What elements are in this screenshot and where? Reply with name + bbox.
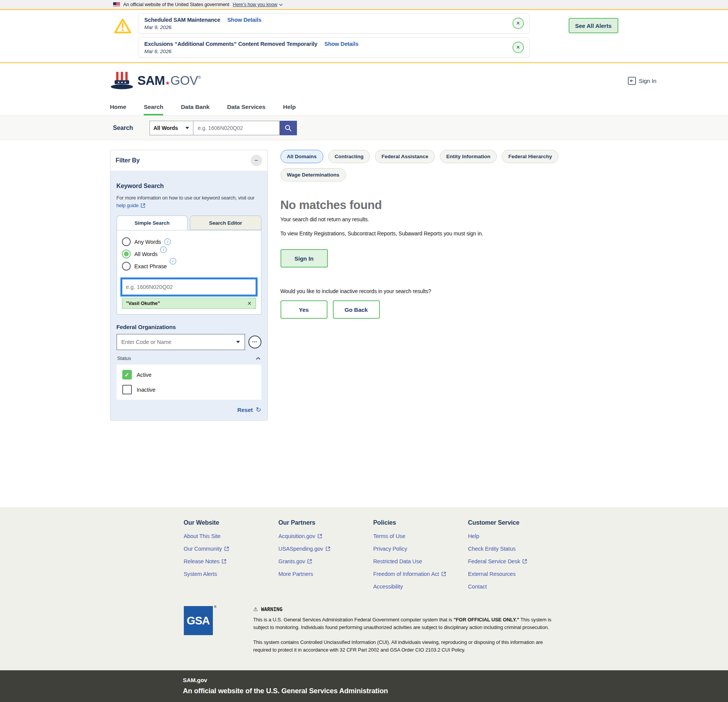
alert-show-details-link[interactable]: Show Details xyxy=(227,17,261,23)
footer-link-help[interactable]: Help xyxy=(468,533,563,539)
check-icon: ✓ xyxy=(125,371,129,378)
status-option-active[interactable]: ✓ Active xyxy=(122,370,256,379)
collapse-filters-button[interactable]: − xyxy=(251,155,262,166)
nav-item-help[interactable]: Help xyxy=(283,98,296,115)
help-guide-link[interactable]: help guide xyxy=(117,202,145,209)
domain-pill-all-domains[interactable]: All Domains xyxy=(280,150,323,163)
filter-by-title: Filter By xyxy=(116,157,140,164)
checkbox-unchecked-icon[interactable] xyxy=(122,385,132,394)
footer-link-privacy-policy[interactable]: Privacy Policy xyxy=(373,546,468,552)
nav-item-data-services[interactable]: Data Services xyxy=(227,98,265,115)
footer-link-more-partners[interactable]: More Partners xyxy=(279,571,373,577)
how-you-know-label: Here’s how you know xyxy=(233,2,277,7)
alert-card: Scheduled SAM Maintenance Show Details M… xyxy=(138,13,530,34)
radio-all-words[interactable] xyxy=(122,250,131,258)
footer-link-about-this-site[interactable]: About This Site xyxy=(184,533,279,539)
sign-in-link[interactable]: Sign In xyxy=(628,77,657,85)
chip-close-icon[interactable]: ✕ xyxy=(247,300,252,306)
nav-item-search[interactable]: Search xyxy=(144,98,163,115)
footer-heading: Customer Service xyxy=(468,519,563,526)
domain-pill-federal-assistance[interactable]: Federal Assistance xyxy=(375,150,435,163)
see-all-alerts-button[interactable]: See All Alerts xyxy=(569,18,618,33)
footer-link-external-resources[interactable]: External Resources xyxy=(468,571,563,577)
footer-link-our-community[interactable]: Our Community xyxy=(184,546,279,552)
footer-link-label: Freedom of Information Act xyxy=(373,571,439,577)
keyword-help-text: For more information on how to use our k… xyxy=(117,194,261,209)
checkbox-checked-icon[interactable]: ✓ xyxy=(122,370,132,379)
radio-any-words[interactable] xyxy=(122,237,131,246)
tab-simple-search[interactable]: Simple Search xyxy=(117,216,188,230)
search-mode-select[interactable]: All Words xyxy=(149,121,193,135)
footer-link-release-notes[interactable]: Release Notes xyxy=(184,558,279,564)
footer-link-label: Privacy Policy xyxy=(373,546,407,552)
sam-gov-logo[interactable]: ★ ★ ★ SAM ★ GOV ® xyxy=(110,71,201,91)
reset-label: Reset xyxy=(237,407,253,413)
domain-pill-wage-determinations[interactable]: Wage Determinations xyxy=(280,168,346,182)
warning-text: This is a U.S. General Services Administ… xyxy=(253,617,454,623)
results-area: All Domains Contracting Federal Assistan… xyxy=(280,150,618,421)
no-results-text: Your search did not return any results. xyxy=(280,216,618,222)
search-input[interactable] xyxy=(193,121,280,135)
warning-icon: ⚠ xyxy=(253,606,258,612)
nav-item-data-bank[interactable]: Data Bank xyxy=(181,98,209,115)
external-link-icon xyxy=(224,546,229,551)
keyword-chip-label: "Vasil Okuthe" xyxy=(126,300,160,306)
svg-text:★ ★ ★: ★ ★ ★ xyxy=(117,81,126,84)
uncle-sam-hat-icon: ★ ★ ★ xyxy=(110,71,134,91)
search-button[interactable] xyxy=(280,121,297,135)
keyword-input[interactable] xyxy=(122,279,256,295)
info-icon[interactable]: i xyxy=(164,238,171,245)
dark-footer-subtitle: An official website of the U.S. General … xyxy=(183,687,618,695)
footer-link-check-entity-status[interactable]: Check Entity Status xyxy=(468,546,563,552)
more-options-button[interactable]: ••• xyxy=(248,336,261,349)
footer-link-system-alerts[interactable]: System Alerts xyxy=(184,571,279,577)
footer-col-our-website: Our Website About This Site Our Communit… xyxy=(184,519,279,596)
domain-pill-contracting[interactable]: Contracting xyxy=(328,150,370,163)
federal-org-input[interactable]: Enter Code or Name xyxy=(117,334,245,350)
footer-link-accessibility[interactable]: Accessibility xyxy=(373,584,468,590)
external-link-icon xyxy=(222,559,226,564)
footer-link-label: Federal Service Desk xyxy=(468,558,520,564)
warning-title: WARNING xyxy=(261,606,282,612)
go-back-button[interactable]: Go Back xyxy=(333,300,380,319)
sign-in-button[interactable]: Sign In xyxy=(280,249,328,268)
site-header: ★ ★ ★ SAM ★ GOV ® Sign In xyxy=(0,63,728,98)
footer-link-restricted-data-use[interactable]: Restricted Data Use xyxy=(373,558,468,564)
footer-link-foia[interactable]: Freedom of Information Act xyxy=(373,571,468,577)
warning-triangle-icon xyxy=(114,18,131,36)
close-icon[interactable]: × xyxy=(512,42,524,53)
external-link-icon xyxy=(141,203,145,208)
domain-pill-federal-hierarchy[interactable]: Federal Hierarchy xyxy=(502,150,558,163)
footer-link-label: External Resources xyxy=(468,571,516,577)
reset-filters-button[interactable]: Reset ↻ xyxy=(117,406,261,413)
footer-link-federal-service-desk[interactable]: Federal Service Desk xyxy=(468,558,563,564)
close-icon[interactable]: × xyxy=(512,18,524,29)
footer-link-grants-gov[interactable]: Grants.gov xyxy=(279,558,373,564)
federal-organizations-heading: Federal Organizations xyxy=(117,324,261,330)
footer-link-contact[interactable]: Contact xyxy=(468,584,563,590)
yes-button[interactable]: Yes xyxy=(280,300,328,319)
how-you-know-link[interactable]: Here’s how you know xyxy=(233,2,283,7)
tab-search-editor[interactable]: Search Editor xyxy=(190,216,261,230)
radio-exact-phrase[interactable] xyxy=(122,262,131,271)
search-band: Search All Words xyxy=(0,116,728,140)
status-inactive-label: Inactive xyxy=(137,387,156,393)
keyword-search-heading: Keyword Search xyxy=(117,183,261,190)
info-icon[interactable]: i xyxy=(160,246,167,253)
footer-link-acquisition-gov[interactable]: Acquisition.gov xyxy=(279,533,373,539)
nav-item-home[interactable]: Home xyxy=(110,98,126,115)
warning-paragraph-1: This is a U.S. General Services Administ… xyxy=(253,616,559,631)
status-active-label: Active xyxy=(137,372,152,378)
alert-show-details-link[interactable]: Show Details xyxy=(324,41,358,47)
footer-link-label: Contact xyxy=(468,584,487,590)
chevron-up-icon xyxy=(256,357,261,360)
info-icon[interactable]: i xyxy=(170,258,176,264)
footer-heading: Policies xyxy=(373,519,468,526)
footer-link-usaspending-gov[interactable]: USASpending.gov xyxy=(279,546,373,552)
domain-pill-entity-information[interactable]: Entity Information xyxy=(440,150,497,163)
status-header[interactable]: Status xyxy=(117,355,261,361)
footer-link-terms-of-use[interactable]: Terms of Use xyxy=(373,533,468,539)
status-option-inactive[interactable]: Inactive xyxy=(122,385,256,394)
footer: Our Website About This Site Our Communit… xyxy=(0,507,728,670)
footer-link-label: Terms of Use xyxy=(373,533,405,539)
